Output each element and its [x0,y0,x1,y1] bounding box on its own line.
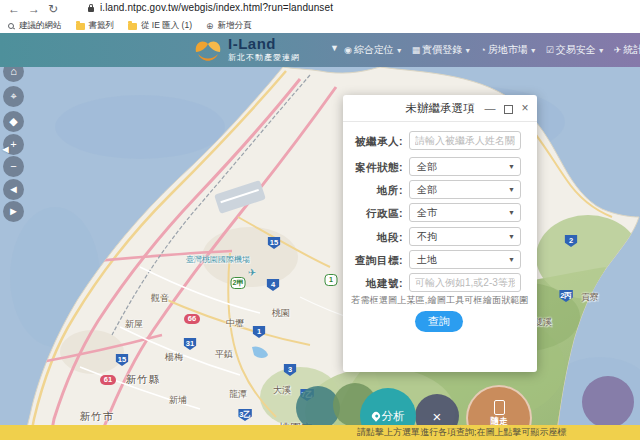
map-label-airport: 臺灣桃園國際機場 [186,254,250,265]
district-select[interactable]: 全市 ▼ [409,203,521,222]
screen: ← → ↻ i.land.ntpc.gov.tw/webgis/index.ht… [0,0,640,440]
browser-chrome: ← → ↻ i.land.ntpc.gov.tw/webgis/index.ht… [0,0,640,33]
field-label: 地建號: [343,273,403,294]
query-target-select[interactable]: 土地 ▼ [409,250,521,269]
map-label: 龍潭 [229,388,247,401]
form-row-query-target: 查詢目標: 土地 ▼ [343,250,537,271]
main-menu: ◉ 綜合定位 ▼ ▦ 實價登錄 ▼ ◔ 房地市場 ▼ ☑ 交易安全 ▼ ✈ 統計 [344,33,640,67]
road-shield: 2甲 [231,277,246,289]
clock-icon: ◔ [480,45,485,55]
status-message: 請點擊上方選單進行各項查詢;在圖上點擊可顯示座標 [357,425,567,440]
chevron-down-icon: ▼ [508,251,515,268]
site-logo[interactable]: I-Land 新北不動產愛連網 [192,36,300,64]
phone-icon [494,400,505,415]
plane-icon: ✈ [614,45,622,55]
dialog-header[interactable]: 未辦繼承選項 — × [343,95,537,122]
section-select[interactable]: 不拘 ▼ [409,227,521,246]
maximize-icon[interactable] [501,95,515,121]
menu-item-housing-market[interactable]: ◔ 房地市場 ▼ [480,43,536,57]
field-label: 案件狀態: [343,157,403,178]
form-row-land-office: 地所: 全部 ▼ [343,180,537,201]
lock-icon [88,7,94,12]
globe-icon: ⊕ [206,23,214,30]
field-label: 被繼承人: [343,131,403,152]
chevron-down-icon: ▼ [508,204,515,221]
zoom-out-button[interactable]: − [3,156,24,177]
map-label: 新屋 [125,318,143,331]
road-shield: 61 [100,375,116,385]
map-label: 新竹市 [80,410,115,424]
inheritance-dialog: 未辦繼承選項 — × 被繼承人: 案件狀態: 全部 ▼ 地所: 全部 ▼ 行政區… [343,95,537,372]
browser-reload-icon[interactable]: ↻ [48,2,58,16]
field-label: 地所: [343,180,403,201]
menu-item-locate[interactable]: ◉ 綜合定位 ▼ [344,43,403,57]
menu-item-statistics[interactable]: ✈ 統計分析 ▼ [614,43,640,57]
iland-logo-icon [192,36,224,64]
next-extent-button[interactable]: ► [3,201,24,222]
land-office-select[interactable]: 全部 ▼ [409,180,521,199]
map-label: 楊梅 [165,351,183,364]
pin-icon [370,410,381,421]
chevron-down-icon: ▼ [464,47,471,54]
chevron-down-icon: ▼ [530,47,537,54]
form-row-district: 行政區: 全市 ▼ [343,203,537,224]
parcel-number-input[interactable] [409,273,521,292]
panel-collapse-icon[interactable]: ◄ [0,143,11,155]
navbar-collapse-caret-icon[interactable]: ▼ [330,43,339,53]
bookmark-new-tab[interactable]: ⊕ 新增分頁 [206,20,252,32]
site-navbar: I-Land 新北不動產愛連網 ▼ ◉ 綜合定位 ▼ ▦ 實價登錄 ▼ ◔ 房地… [0,33,640,67]
map-basemap [0,67,640,440]
bookmarks-bar: 建議的網站 書籤列 從 IE 匯入 (1) ⊕ 新增分頁 [0,19,640,33]
chevron-down-icon: ▼ [508,158,515,175]
road-shield: 66 [184,314,200,324]
menu-item-price-registry[interactable]: ▦ 實價登錄 ▼ [412,43,471,57]
form-row-parcel-number: 地建號: [343,273,537,294]
search-icon [8,23,15,30]
field-label: 查詢目標: [343,250,403,271]
field-label: 行政區: [343,203,403,224]
menu-item-transaction-safety[interactable]: ☑ 交易安全 ▼ [546,43,605,57]
compass-button[interactable]: ◆ [3,111,24,132]
pin-icon: ◉ [344,45,352,55]
close-icon[interactable]: × [518,95,532,121]
browser-forward-icon[interactable]: → [28,2,40,16]
map-label: 平鎮 [215,348,233,361]
dialog-note: 若需框選圖上某區,繪圖工具可框繪面狀範圍 [343,294,537,307]
grid-icon: ▦ [412,45,421,55]
chevron-down-icon: ▼ [396,47,403,54]
logo-title: I-Land [228,36,300,52]
map-label: 大溪 [273,384,291,397]
bookmark-suggested-sites[interactable]: 建議的網站 [8,20,62,32]
airplane-icon: ✈ [248,267,256,278]
map-canvas[interactable]: 臺灣桃園國際機場 ✈ 觀音 桃園 新屋 中壢 楊梅 平鎮 新竹縣 新埔 龍潭 大… [0,67,640,440]
decedent-name-input[interactable] [409,131,521,150]
map-label: 貢寮 [581,291,599,304]
map-label: 中壢 [226,317,244,330]
locate-button[interactable]: ⌖ [3,86,24,107]
map-label: 新埔 [169,394,187,407]
chevron-down-icon: ▼ [508,228,515,245]
status-bar: 請點擊上方選單進行各項查詢;在圖上點擊可顯示座標 [0,425,640,440]
browser-back-icon[interactable]: ← [8,2,20,16]
form-row-case-status: 案件狀態: 全部 ▼ [343,157,537,178]
logo-subtitle: 新北不動產愛連網 [228,52,300,63]
form-row-section: 地段: 不拘 ▼ [343,227,537,248]
form-row-decedent: 被繼承人: [343,131,537,152]
query-button[interactable]: 查詢 [415,311,463,332]
folder-icon [76,23,85,30]
bookmark-bookmarks-bar[interactable]: 書籤列 [76,20,115,32]
case-status-select[interactable]: 全部 ▼ [409,157,521,176]
minimize-icon[interactable]: — [483,95,497,121]
road-shield: 1 [325,274,338,286]
chevron-down-icon: ▼ [508,181,515,198]
map-label: 桃園 [272,307,290,320]
chevron-down-icon: ▼ [598,47,605,54]
hidden-feature-button[interactable] [582,376,634,428]
bookmark-ie-import[interactable]: 從 IE 匯入 (1) [128,20,192,32]
map-label: 觀音 [151,292,169,305]
map-label: 新竹縣 [126,373,161,387]
prev-extent-button[interactable]: ◄ [3,179,24,200]
address-bar[interactable]: i.land.ntpc.gov.tw/webgis/index.html?run… [100,2,333,13]
field-label: 地段: [343,227,403,248]
check-icon: ☑ [546,45,554,55]
